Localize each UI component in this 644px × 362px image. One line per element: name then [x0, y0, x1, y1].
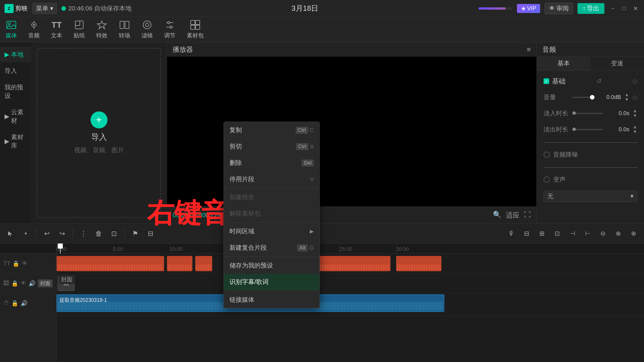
lock-icon-audio[interactable]: 🔒	[11, 300, 18, 307]
g-key: G	[309, 245, 314, 251]
tab-speed[interactable]: 变速	[591, 57, 644, 71]
player-menu-icon[interactable]: ≡	[527, 46, 531, 53]
tl-tool-4[interactable]: ⊣	[566, 228, 578, 240]
ctx-freeze[interactable]: 停用片段 V	[224, 171, 319, 188]
voice-toggle[interactable]	[544, 176, 550, 183]
cover-badge: 封面	[38, 279, 53, 287]
ctx-save-preset[interactable]: 储存为我的预设	[224, 257, 319, 274]
logo-icon: Z	[5, 4, 14, 13]
review-button[interactable]: 👁 审阅	[545, 3, 573, 14]
sidebar-item-import[interactable]: 导入	[0, 63, 31, 79]
volume-keyframe-icon[interactable]: ◇	[632, 94, 637, 101]
zoom-in-btn[interactable]: ⊕	[612, 228, 624, 240]
sidebar-nav: ▶ 本地 导入 我的预设 ▶ 云素材 ▶ 素材库	[0, 42, 31, 223]
reset-icon[interactable]: ↺	[596, 77, 602, 85]
minimize-button[interactable]: －	[609, 5, 617, 12]
subtitle-clip-1[interactable]	[57, 256, 164, 271]
toolbar-item-media[interactable]: 媒体	[6, 20, 17, 39]
undo-btn[interactable]: ↩	[41, 228, 53, 240]
ctx-copy[interactable]: 复制 Ctrl C	[224, 122, 319, 138]
sidebar-item-presets[interactable]: 我的预设	[0, 80, 31, 104]
import-plus-button[interactable]: +	[91, 111, 108, 128]
timeline-ruler: 0:00 5:00 10:00 15:00 20:00 25:00 30:00	[57, 244, 644, 254]
noise-toggle[interactable]	[544, 152, 550, 158]
volume-up-btn[interactable]: ▲	[624, 92, 629, 97]
lock-icon-cover[interactable]: 🔒	[11, 280, 18, 287]
sticker-label: 贴纸	[74, 32, 85, 39]
zoom-out-btn[interactable]: ⊖	[597, 228, 609, 240]
basic-checkbox[interactable]: ✓	[544, 78, 549, 84]
eye-icon-cover[interactable]: 👁	[21, 280, 26, 286]
fadeout-stepper[interactable]: ▲ ▼	[633, 125, 637, 134]
eye-icon-subtitle[interactable]: 👁	[22, 260, 27, 267]
fit-button[interactable]: 适应	[506, 211, 520, 220]
toolbar-item-audio[interactable]: 音频	[28, 20, 40, 39]
select-tool-btn[interactable]	[5, 228, 16, 240]
voice-select-value: 无	[547, 192, 553, 201]
ctx-delete[interactable]: 删除 Del	[224, 155, 319, 171]
sidebar-item-local[interactable]: ▶ 本地	[0, 47, 31, 62]
cloud-arrow: ▶	[5, 113, 9, 120]
audio-icon-audio[interactable]: 🔊	[21, 300, 28, 307]
toolbar-item-sticker[interactable]: 贴纸	[74, 20, 85, 39]
volume-slider[interactable]	[572, 97, 595, 98]
split-btn[interactable]: ⋮	[78, 228, 89, 240]
fadeout-up-btn[interactable]: ▲	[633, 125, 637, 129]
add-track-btn[interactable]: ⊕	[628, 228, 639, 240]
import-area[interactable]: + 导入 视频、音频、图片	[37, 48, 161, 218]
svg-rect-19	[196, 20, 200, 25]
select-dropdown-btn[interactable]: ▾	[20, 228, 32, 240]
fadein-up-btn[interactable]: ▲	[633, 109, 637, 113]
mic-btn[interactable]: 🎙	[505, 228, 517, 240]
menu-button[interactable]: 菜单 ▾	[32, 3, 57, 14]
clock-icon: ⏱	[3, 300, 9, 306]
toolbar-item-adjust[interactable]: 调节	[164, 20, 175, 39]
fadein-slider[interactable]	[572, 113, 603, 114]
ctx-new-compound[interactable]: 新建复合片段 Alt G	[224, 240, 319, 256]
sidebar-item-library[interactable]: ▶ 素材库	[0, 130, 31, 153]
ctx-recognize[interactable]: 识别字幕/歌词	[224, 274, 319, 290]
playhead[interactable]	[60, 244, 61, 253]
ctx-link-media[interactable]: 链接媒体	[224, 292, 319, 308]
toolbar-item-effect[interactable]: 特效	[96, 20, 108, 39]
subtitle-clip-6[interactable]	[396, 256, 441, 271]
volume-stepper[interactable]: ▲ ▼	[624, 92, 629, 102]
subtitle-clip-3[interactable]	[195, 256, 212, 271]
tl-tool-3[interactable]: ⊡	[551, 228, 563, 240]
zoom-icon[interactable]: 🔍	[493, 211, 501, 220]
voice-select-box[interactable]: 无 ▾	[544, 191, 637, 202]
toolbar-item-assets[interactable]: 素材包	[187, 20, 204, 39]
maximize-button[interactable]: □	[620, 5, 628, 12]
fadeout-down-btn[interactable]: ▼	[633, 130, 637, 134]
vip-badge[interactable]: ★ VIP	[517, 4, 540, 13]
tl-tool-1[interactable]: ⊟	[521, 228, 533, 240]
toolbar-item-filter[interactable]: 滤镜	[141, 20, 153, 39]
fullscreen-button[interactable]: ⛶	[524, 211, 531, 220]
ctx-freeze-label: 停用片段	[229, 175, 254, 184]
audio-icon-cover[interactable]: 🔊	[29, 280, 36, 287]
toolbar-item-transition[interactable]: 转场	[119, 20, 130, 39]
ctx-cut[interactable]: 剪切 Ctrl X	[224, 138, 319, 155]
fadein-down-btn[interactable]: ▼	[633, 113, 637, 118]
tl-tool-5[interactable]: ⊢	[582, 228, 594, 240]
lock-icon-subtitle[interactable]: 🔒	[12, 260, 20, 267]
ctx-time-region[interactable]: 时间区域 ▶	[224, 223, 319, 240]
redo-btn[interactable]: ↪	[56, 228, 68, 240]
tl-tool-2[interactable]: ⊞	[536, 228, 548, 240]
close-button[interactable]: ✕	[632, 5, 639, 12]
volume-down-btn[interactable]: ▼	[624, 97, 629, 102]
flag-btn[interactable]: ⚑	[129, 228, 141, 240]
toolbar-item-text[interactable]: TT 文本	[51, 20, 62, 39]
fadeout-slider[interactable]	[572, 129, 603, 130]
sidebar-item-cloud[interactable]: ▶ 云素材	[0, 105, 31, 128]
delete-btn[interactable]: 🗑	[93, 228, 105, 240]
tab-basic[interactable]: 基本	[537, 57, 591, 71]
keyframe-diamond-icon[interactable]: ◇	[632, 77, 637, 85]
context-menu: 复制 Ctrl C 剪切 Ctrl X 删除 Del 停用片段 V 创建组合 解…	[224, 122, 320, 308]
subtitle-clip-2[interactable]	[167, 256, 192, 271]
marker-btn[interactable]: ⊟	[145, 228, 156, 240]
timeline-toolbar: ▾ ↩ ↪ ⋮ 🗑 ⊡ ⚑ ⊟ 🎙 ⊟ ⊞ ⊡ ⊣ ⊢ ⊖ ⊕ ⊕	[0, 224, 644, 244]
crop-btn[interactable]: ⊡	[108, 228, 120, 240]
fadein-stepper[interactable]: ▲ ▼	[633, 109, 637, 118]
export-button[interactable]: ↑ 导出	[578, 3, 604, 14]
